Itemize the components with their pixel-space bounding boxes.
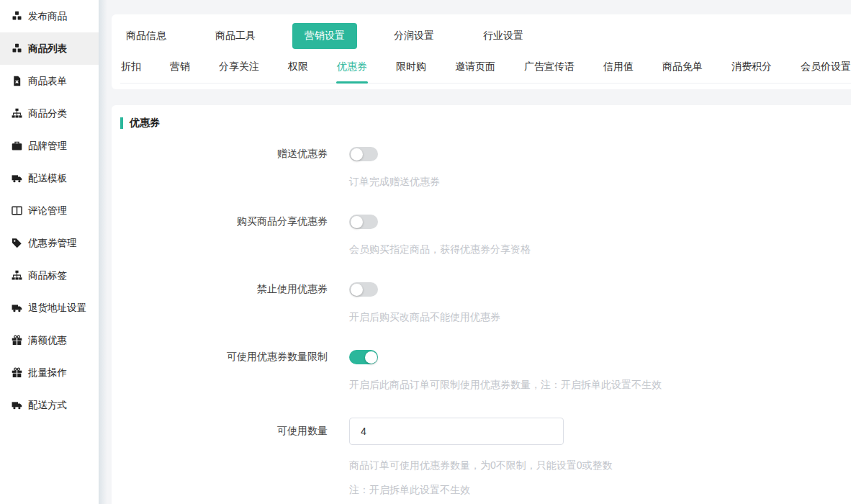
gift-coupon-toggle[interactable] [349,147,378,161]
sitemap-icon [11,108,22,120]
sidebar-item[interactable]: 退货地址设置 [0,292,99,324]
sidebar-menu: 发布商品商品列表商品表单商品分类品牌管理配送模板评论管理优惠券管理商品标签退货地… [0,0,99,421]
buy-share-coupon-toggle[interactable] [349,215,378,229]
truck-icon [11,400,22,411]
field-help-text: 订单完成赠送优惠券 [349,176,842,189]
field-help-text: 开启后此商品订单可限制使用优惠券数量，注：开启拆单此设置不生效 [349,379,842,392]
field-label: 赠送优惠券 [120,148,328,161]
primary-tab[interactable]: 商品工具 [215,30,256,42]
form-row: 可使用数量商品订单可使用优惠券数量，为0不限制，只能设置0或整数注：开启拆单此设… [120,418,842,497]
field-help-text: 商品订单可使用优惠券数量，为0不限制，只能设置0或整数 [349,459,842,472]
sidebar-item-label: 配送方式 [28,399,67,412]
sidebar-item[interactable]: 商品列表 [0,32,99,65]
secondary-tab[interactable]: 商品免单 [662,53,703,83]
sidebar-item[interactable]: 配送模板 [0,162,99,194]
sidebar-item[interactable]: 商品分类 [0,97,99,130]
toggle-knob [365,351,377,364]
secondary-tab[interactable]: 会员价设置 [800,53,851,83]
section-header: 优惠券 [120,117,842,130]
primary-tab[interactable]: 分润设置 [394,30,434,42]
sidebar-item-label: 发布商品 [28,10,67,23]
sidebar-item-label: 评论管理 [28,204,67,217]
primary-tab[interactable]: 营销设置 [292,23,357,49]
coupon-form: 赠送优惠券订单完成赠送优惠券购买商品分享优惠券会员购买指定商品，获得优惠券分享资… [120,147,842,497]
sidebar-item[interactable]: 品牌管理 [0,130,99,162]
secondary-tab[interactable]: 广告宣传语 [523,53,575,83]
gift-icon [11,367,22,379]
field-label: 可使用优惠券数量限制 [120,351,328,364]
tags-icon [11,238,22,249]
primary-tab[interactable]: 行业设置 [483,30,523,42]
section-accent-bar [120,117,123,129]
secondary-tab[interactable]: 限时购 [395,53,427,83]
sitemap-icon [11,270,22,282]
field-help-text: 注：开启拆单此设置不生效 [349,484,842,497]
secondary-tab[interactable]: 信用值 [603,53,634,83]
usable-count-input[interactable] [349,418,564,445]
sidebar-item[interactable]: 发布商品 [0,0,99,32]
form-row: 赠送优惠券订单完成赠送优惠券 [120,147,842,189]
sidebar-item-label: 商品表单 [28,75,67,88]
field-control [349,215,378,229]
settings-card: 优惠券 赠送优惠券订单完成赠送优惠券购买商品分享优惠券会员购买指定商品，获得优惠… [112,105,851,504]
toggle-knob [351,284,363,296]
sidebar-item-label: 品牌管理 [28,140,67,153]
tabs-card: 商品信息商品工具营销设置分润设置行业设置 折扣营销分享关注权限优惠券限时购邀请页… [112,14,851,89]
truck-icon [11,302,22,314]
sidebar-item-label: 配送模板 [28,172,67,185]
sidebar-item[interactable]: 优惠券管理 [0,227,99,259]
main-content: 商品信息商品工具营销设置分润设置行业设置 折扣营销分享关注权限优惠券限时购邀请页… [107,0,851,504]
secondary-tab[interactable]: 邀请页面 [454,53,496,83]
form-row: 可使用优惠券数量限制开启后此商品订单可限制使用优惠券数量，注：开启拆单此设置不生… [120,350,842,392]
field-control [349,147,378,161]
toggle-knob [351,216,363,228]
field-label: 禁止使用优惠券 [120,283,328,296]
secondary-tab[interactable]: 折扣 [120,53,142,83]
sidebar-item[interactable]: 配送方式 [0,389,99,421]
primary-tabs: 商品信息商品工具营销设置分润设置行业设置 [126,22,851,50]
sidebar-item-label: 满额优惠 [28,334,67,347]
secondary-tab[interactable]: 优惠券 [336,53,368,83]
primary-tab[interactable]: 商品信息 [126,30,166,42]
forbid-coupon-toggle[interactable] [349,282,378,297]
sidebar-item[interactable]: 满额优惠 [0,324,99,356]
sidebar-item-label: 退货地址设置 [28,302,86,315]
toggle-knob [351,148,363,161]
gift-icon [11,335,22,346]
secondary-tabs: 折扣营销分享关注权限优惠券限时购邀请页面广告宣传语信用值商品免单消费积分会员价设… [120,53,851,84]
sidebar: 发布商品商品列表商品表单商品分类品牌管理配送模板评论管理优惠券管理商品标签退货地… [0,0,99,504]
truck-icon [11,173,22,184]
usable-coupon-limit-toggle[interactable] [349,350,378,364]
field-control [349,350,378,364]
sidebar-item[interactable]: 评论管理 [0,194,99,227]
sidebar-item-label: 商品标签 [28,269,67,282]
secondary-tab[interactable]: 权限 [287,53,309,83]
sidebar-item-label: 商品分类 [28,107,67,120]
secondary-tab[interactable]: 营销 [169,53,191,83]
field-help-text: 开启后购买改商品不能使用优惠券 [349,311,842,324]
form-row: 禁止使用优惠券开启后购买改商品不能使用优惠券 [120,282,842,324]
sidebar-shadow-divider [99,0,107,504]
section-title: 优惠券 [130,117,160,130]
sidebar-item[interactable]: 商品表单 [0,65,99,97]
secondary-tab[interactable]: 分享关注 [218,53,260,83]
briefcase-icon [11,140,22,152]
sidebar-item[interactable]: 批量操作 [0,356,99,389]
field-control [349,418,564,445]
field-help-text: 会员购买指定商品，获得优惠券分享资格 [349,243,842,256]
columns-icon [11,205,22,217]
field-control [349,282,378,297]
sidebar-item-label: 商品列表 [28,42,67,55]
field-label: 购买商品分享优惠券 [120,215,328,228]
cubes-icon [11,11,22,22]
field-label: 可使用数量 [120,425,328,438]
sidebar-item-label: 优惠券管理 [28,237,77,250]
form-row: 购买商品分享优惠券会员购买指定商品，获得优惠券分享资格 [120,215,842,256]
cubes-icon [11,43,22,55]
sidebar-item-label: 批量操作 [28,366,67,379]
secondary-tab[interactable]: 消费积分 [731,53,773,83]
file-icon [11,76,22,87]
sidebar-item[interactable]: 商品标签 [0,259,99,292]
